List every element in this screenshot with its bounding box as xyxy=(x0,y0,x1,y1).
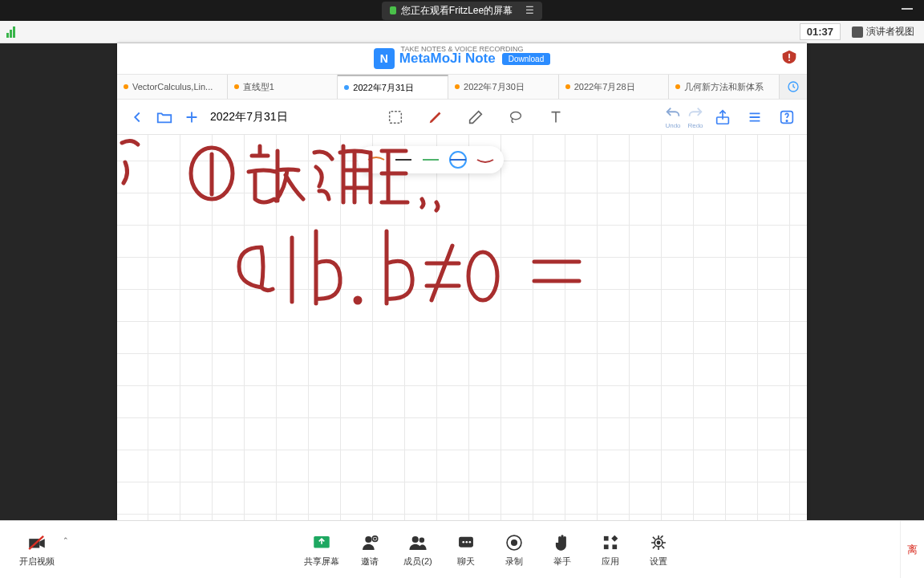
ipad-window: TAKE NOTES & VOICE RECORDING N MetaMoJi … xyxy=(117,43,807,520)
invite-label: 邀请 xyxy=(361,556,379,568)
tab-vectorcalculus[interactable]: VectorCalculus,Lin... xyxy=(117,75,228,99)
svg-rect-23 xyxy=(604,535,609,540)
select-tool[interactable] xyxy=(382,104,409,131)
tab-2022-07-31[interactable]: 2022年7月31日 xyxy=(338,75,448,99)
settings-label: 设置 xyxy=(650,556,667,568)
chat-button[interactable]: 聊天 xyxy=(442,532,490,568)
app-banner: TAKE NOTES & VOICE RECORDING N MetaMoJi … xyxy=(117,43,807,74)
folder-button[interactable] xyxy=(151,104,178,131)
recent-button[interactable] xyxy=(780,75,807,99)
elapsed-timer: 01:37 xyxy=(800,23,841,40)
svg-rect-3 xyxy=(390,111,402,123)
raise-hand-button[interactable]: 举手 xyxy=(538,532,586,568)
back-button[interactable] xyxy=(124,104,151,131)
svg-point-4 xyxy=(511,112,521,119)
svg-rect-25 xyxy=(604,544,609,549)
members-button[interactable]: 成员(2) xyxy=(394,532,442,568)
add-button[interactable] xyxy=(178,104,205,131)
screen-share-bar: 您正在观看FritzLee的屏幕 ☰ xyxy=(0,0,924,21)
pen-tool[interactable] xyxy=(422,104,449,131)
video-button[interactable]: 开启视频 xyxy=(13,532,61,568)
tab-2022-07-30[interactable]: 2022年7月30日 xyxy=(448,75,559,99)
apps-label: 应用 xyxy=(602,556,619,568)
share-button[interactable] xyxy=(709,104,736,131)
chat-label: 聊天 xyxy=(457,556,475,568)
note-canvas[interactable] xyxy=(117,135,807,520)
video-label: 开启视频 xyxy=(19,556,55,568)
svg-rect-0 xyxy=(788,54,790,59)
svg-point-20 xyxy=(469,540,472,543)
share-status-text: 您正在观看FritzLee的屏幕 xyxy=(401,4,513,18)
list-button[interactable] xyxy=(741,104,768,131)
svg-point-18 xyxy=(462,540,464,543)
share-status-pill[interactable]: 您正在观看FritzLee的屏幕 ☰ xyxy=(382,2,542,20)
text-tool[interactable] xyxy=(542,104,569,131)
tab-2022-07-28[interactable]: 2022年7月28日 xyxy=(559,75,670,99)
meeting-info-bar: 01:37 演讲者视图 xyxy=(0,21,924,43)
raise-hand-label: 举手 xyxy=(553,556,571,568)
invite-button[interactable]: 邀请 xyxy=(346,532,394,568)
eraser-tool[interactable] xyxy=(462,104,489,131)
record-label: 录制 xyxy=(505,556,523,568)
svg-point-15 xyxy=(412,535,419,542)
svg-point-22 xyxy=(511,539,517,545)
share-screen-button[interactable]: 共享屏幕 xyxy=(298,532,346,568)
help-button[interactable] xyxy=(773,104,800,131)
share-menu-icon[interactable]: ☰ xyxy=(525,5,534,16)
signal-icon xyxy=(6,26,15,38)
svg-point-27 xyxy=(657,540,661,544)
document-title: 2022年7月31日 xyxy=(210,110,288,124)
minimize-icon[interactable] xyxy=(902,8,913,10)
record-button[interactable]: 录制 xyxy=(490,532,538,568)
svg-point-7 xyxy=(786,120,787,120)
undo-button[interactable]: Undo xyxy=(664,105,682,129)
settings-button[interactable]: 设置 xyxy=(634,532,683,568)
handwriting-layer xyxy=(117,135,807,520)
leave-button[interactable]: 离 xyxy=(900,521,924,578)
members-label: 成员(2) xyxy=(403,556,432,568)
app-logo-icon: N xyxy=(374,48,395,69)
presenter-view-button[interactable]: 演讲者视图 xyxy=(847,22,919,42)
svg-rect-24 xyxy=(611,535,618,541)
mic-indicator-icon xyxy=(390,6,396,14)
svg-point-16 xyxy=(419,537,425,543)
redo-button[interactable]: Redo xyxy=(687,105,704,129)
banner-subtitle: TAKE NOTES & VOICE RECORDING xyxy=(401,45,524,53)
presenter-view-label: 演讲者视图 xyxy=(866,25,914,39)
tab-line-model[interactable]: 直线型1 xyxy=(228,75,338,99)
shared-screen-area: TAKE NOTES & VOICE RECORDING N MetaMoJi … xyxy=(0,43,924,520)
presenter-view-icon xyxy=(852,26,863,38)
download-button[interactable]: Download xyxy=(502,53,550,65)
share-screen-label: 共享屏幕 xyxy=(304,556,339,568)
svg-point-10 xyxy=(468,252,497,300)
app-title: MetaMoJi Note xyxy=(399,51,496,67)
alert-icon[interactable] xyxy=(781,48,797,66)
editor-toolbar: 2022年7月31日 Undo Redo xyxy=(117,100,807,135)
svg-point-13 xyxy=(365,535,371,542)
document-tabs: VectorCalculus,Lin... 直线型1 2022年7月31日 20… xyxy=(117,74,807,100)
tab-geometry[interactable]: 几何新方法和新体系 xyxy=(669,75,780,99)
svg-point-19 xyxy=(466,540,468,543)
meeting-toolbar: 开启视频 ⌃ 共享屏幕 邀请 成员(2) 聊天 录制 举手 应用 设置 离 xyxy=(0,520,924,578)
svg-rect-1 xyxy=(788,59,790,61)
lasso-tool[interactable] xyxy=(502,104,529,131)
video-caret-icon[interactable]: ⌃ xyxy=(63,536,69,544)
svg-rect-26 xyxy=(612,544,617,549)
svg-point-9 xyxy=(355,298,360,303)
apps-button[interactable]: 应用 xyxy=(586,532,634,568)
